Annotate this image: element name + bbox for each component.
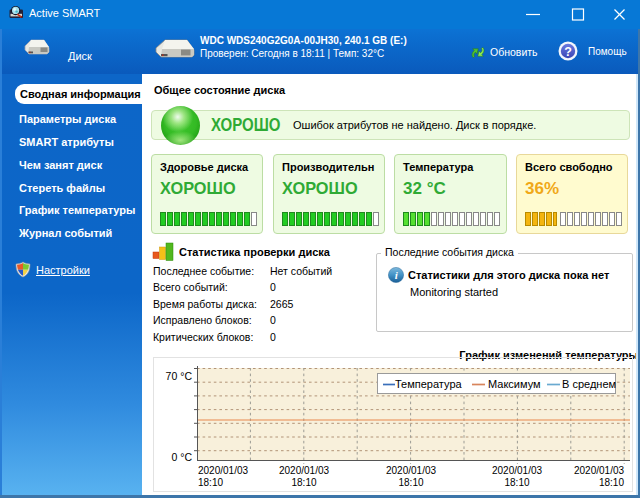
svg-text:?: ? [564, 45, 572, 59]
